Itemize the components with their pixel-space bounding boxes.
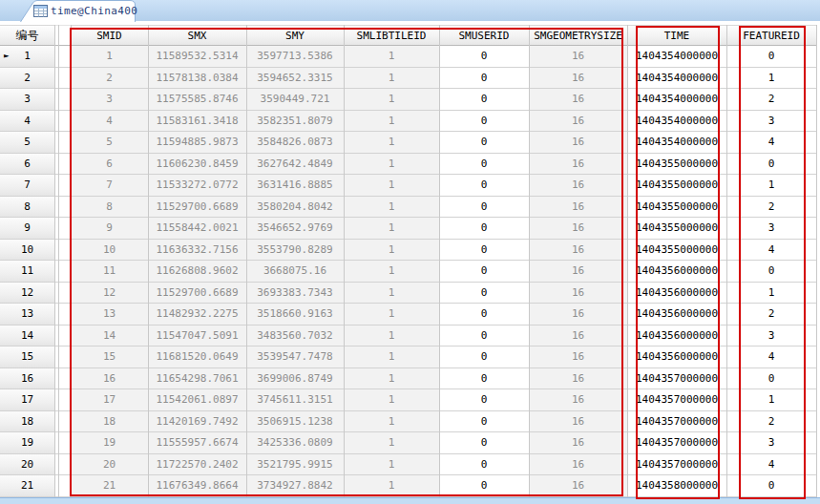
cell-smx[interactable]: 11626808.9602 xyxy=(148,261,246,282)
cell-smx[interactable]: 11589532.5314 xyxy=(148,46,246,67)
cell-smlibtileid[interactable]: 1 xyxy=(344,46,439,67)
cell-smy[interactable]: 3425336.0809 xyxy=(246,432,344,453)
cell-smx[interactable]: 11722570.2402 xyxy=(148,454,246,475)
cell-time[interactable]: 1404354000000 xyxy=(627,68,726,89)
cell-smuserid[interactable]: 0 xyxy=(439,283,529,304)
cell-time[interactable]: 1404354000000 xyxy=(627,132,726,153)
cell-featureid[interactable]: 2 xyxy=(726,411,816,432)
row-header[interactable]: 1► xyxy=(0,46,54,67)
cell-smlibtileid[interactable]: 1 xyxy=(344,475,439,496)
cell-smlibtileid[interactable]: 1 xyxy=(344,346,439,368)
row-header[interactable]: 3 xyxy=(0,89,54,110)
cell-featureid[interactable]: 1 xyxy=(726,283,816,304)
cell-featureid[interactable]: 0 xyxy=(726,475,816,496)
cell-smy[interactable]: 3582351.8079 xyxy=(246,111,344,132)
cell-smy[interactable]: 3546652.9769 xyxy=(246,218,344,239)
row-header[interactable]: 9 xyxy=(0,218,54,239)
cell-smid[interactable]: 21 xyxy=(71,475,148,496)
cell-time[interactable]: 1404357000000 xyxy=(627,389,726,410)
cell-featureid[interactable]: 0 xyxy=(726,154,816,175)
column-header-smid[interactable]: SMID xyxy=(71,25,148,46)
cell-smid[interactable]: 20 xyxy=(71,454,148,475)
cell-smy[interactable]: 3734927.8842 xyxy=(246,475,344,496)
cell-featureid[interactable]: 2 xyxy=(726,89,816,110)
cell-smid[interactable]: 1 xyxy=(71,46,148,67)
cell-smgeometrysize[interactable]: 16 xyxy=(529,454,627,475)
cell-smgeometrysize[interactable]: 16 xyxy=(529,261,627,282)
cell-featureid[interactable]: 0 xyxy=(726,261,816,282)
cell-smuserid[interactable]: 0 xyxy=(439,111,529,132)
cell-smuserid[interactable]: 0 xyxy=(439,261,529,282)
cell-smgeometrysize[interactable]: 16 xyxy=(529,411,627,432)
cell-smx[interactable]: 11575585.8746 xyxy=(148,89,246,110)
cell-time[interactable]: 1404356000000 xyxy=(627,304,726,325)
cell-featureid[interactable]: 2 xyxy=(726,304,816,325)
cell-smid[interactable]: 14 xyxy=(71,326,148,346)
row-header[interactable]: 7 xyxy=(0,175,54,196)
cell-smgeometrysize[interactable]: 16 xyxy=(529,111,627,132)
column-header-smuserid[interactable]: SMUSERID xyxy=(439,25,529,46)
row-header[interactable]: 11 xyxy=(0,261,54,282)
cell-smid[interactable]: 17 xyxy=(71,389,148,410)
cell-featureid[interactable]: 2 xyxy=(726,197,816,218)
cell-smgeometrysize[interactable]: 16 xyxy=(529,154,627,175)
tab-label[interactable]: time@China400 xyxy=(51,4,137,18)
cell-smgeometrysize[interactable]: 16 xyxy=(529,132,627,153)
cell-smgeometrysize[interactable]: 16 xyxy=(529,68,627,89)
cell-smy[interactable]: 3553790.8289 xyxy=(246,240,344,261)
cell-smx[interactable]: 11578138.0384 xyxy=(148,68,246,89)
cell-smlibtileid[interactable]: 1 xyxy=(344,132,439,153)
row-number-header[interactable]: 编号 xyxy=(0,25,54,46)
cell-smid[interactable]: 10 xyxy=(71,240,148,261)
cell-smlibtileid[interactable]: 1 xyxy=(344,111,439,132)
cell-smid[interactable]: 2 xyxy=(71,68,148,89)
cell-smlibtileid[interactable]: 1 xyxy=(344,261,439,282)
row-header[interactable]: 15 xyxy=(0,346,54,368)
cell-smuserid[interactable]: 0 xyxy=(439,389,529,410)
cell-smuserid[interactable]: 0 xyxy=(439,240,529,261)
cell-featureid[interactable]: 0 xyxy=(726,46,816,67)
cell-smuserid[interactable]: 0 xyxy=(439,154,529,175)
cell-smx[interactable]: 11676349.8664 xyxy=(148,475,246,496)
cell-smlibtileid[interactable]: 1 xyxy=(344,197,439,218)
row-header[interactable]: 18 xyxy=(0,411,54,432)
cell-smx[interactable]: 11583161.3418 xyxy=(148,111,246,132)
cell-smgeometrysize[interactable]: 16 xyxy=(529,475,627,496)
cell-smid[interactable]: 4 xyxy=(71,111,148,132)
cell-smx[interactable]: 11420169.7492 xyxy=(148,411,246,432)
cell-smx[interactable]: 11606230.8459 xyxy=(148,154,246,175)
column-header-time[interactable]: TIME xyxy=(627,25,726,46)
row-header[interactable]: 16 xyxy=(0,368,54,389)
cell-smlibtileid[interactable]: 1 xyxy=(344,411,439,432)
cell-smuserid[interactable]: 0 xyxy=(439,475,529,496)
cell-smgeometrysize[interactable]: 16 xyxy=(529,389,627,410)
cell-smuserid[interactable]: 0 xyxy=(439,346,529,368)
cell-featureid[interactable]: 1 xyxy=(726,389,816,410)
cell-featureid[interactable]: 3 xyxy=(726,432,816,453)
cell-featureid[interactable]: 4 xyxy=(726,240,816,261)
cell-time[interactable]: 1404355000000 xyxy=(627,240,726,261)
cell-smlibtileid[interactable]: 1 xyxy=(344,454,439,475)
cell-time[interactable]: 1404354000000 xyxy=(627,89,726,110)
cell-smx[interactable]: 11529700.6689 xyxy=(148,283,246,304)
cell-smx[interactable]: 11654298.7061 xyxy=(148,368,246,389)
row-header[interactable]: 20 xyxy=(0,454,54,475)
cell-smx[interactable]: 11542061.0897 xyxy=(148,389,246,410)
column-header-smy[interactable]: SMY xyxy=(246,25,344,46)
cell-time[interactable]: 1404358000000 xyxy=(627,475,726,496)
cell-smx[interactable]: 11482932.2275 xyxy=(148,304,246,325)
cell-smuserid[interactable]: 0 xyxy=(439,46,529,67)
cell-smlibtileid[interactable]: 1 xyxy=(344,368,439,389)
cell-smgeometrysize[interactable]: 16 xyxy=(529,368,627,389)
cell-smlibtileid[interactable]: 1 xyxy=(344,432,439,453)
cell-time[interactable]: 1404355000000 xyxy=(627,175,726,196)
cell-featureid[interactable]: 1 xyxy=(726,175,816,196)
column-header-featureid[interactable]: FEATUREID xyxy=(726,25,816,46)
cell-time[interactable]: 1404356000000 xyxy=(627,346,726,368)
cell-smy[interactable]: 3590449.721 xyxy=(246,89,344,110)
cell-smgeometrysize[interactable]: 16 xyxy=(529,197,627,218)
cell-smy[interactable]: 3584826.0873 xyxy=(246,132,344,153)
row-header[interactable]: 2 xyxy=(0,68,54,89)
cell-smlibtileid[interactable]: 1 xyxy=(344,304,439,325)
cell-smgeometrysize[interactable]: 16 xyxy=(529,326,627,346)
